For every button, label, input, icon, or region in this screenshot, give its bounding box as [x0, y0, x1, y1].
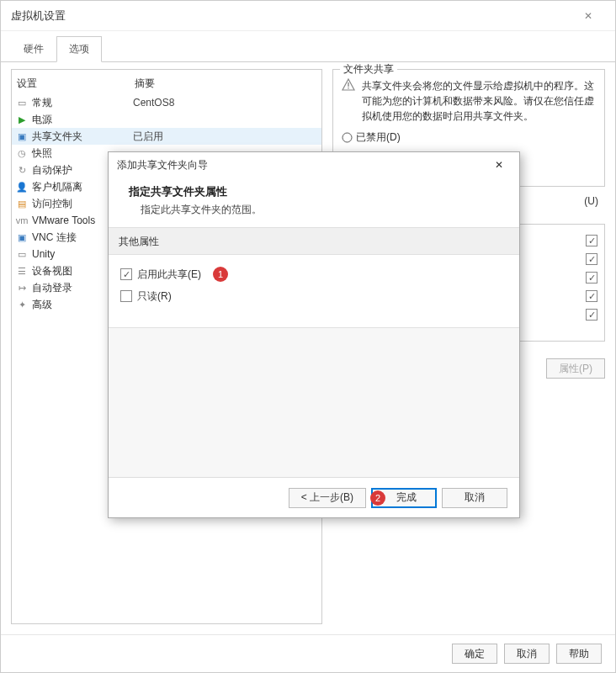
row-icon: ☰	[15, 264, 29, 278]
svg-rect-0	[348, 82, 348, 87]
wizard-titlebar: 添加共享文件夹向导 ✕	[109, 152, 519, 178]
checkbox-icon[interactable]	[586, 290, 597, 302]
readonly-row[interactable]: 只读(R)	[120, 285, 507, 307]
dialog-buttons: 确定 取消 帮助	[1, 634, 615, 672]
wizard-body: 其他属性 启用此共享(E) 1 只读(R)	[109, 227, 519, 477]
add-shared-folder-wizard: 添加共享文件夹向导 ✕ 指定共享文件夹属性 指定此共享文件夹的范围。 其他属性 …	[108, 151, 520, 518]
step-badge-2: 2	[370, 490, 385, 506]
checkbox-icon[interactable]	[586, 253, 597, 265]
checkbox-icon[interactable]	[586, 272, 597, 284]
radio-icon	[342, 132, 353, 143]
wizard-cancel-button[interactable]: 取消	[442, 488, 507, 508]
checkbox-icon[interactable]	[586, 235, 597, 246]
row-icon: ▭	[15, 247, 29, 261]
row-name: 电源	[32, 113, 133, 127]
header-summary: 摘要	[135, 77, 155, 91]
window-title: 虚拟机设置	[11, 8, 571, 24]
checkbox-icon[interactable]	[120, 290, 132, 302]
enable-share-row[interactable]: 启用此共享(E) 1	[120, 263, 507, 285]
group-title: 文件夹共享	[340, 62, 397, 77]
ok-button[interactable]: 确定	[452, 644, 497, 664]
list-header: 设置 摘要	[12, 73, 321, 94]
row-icon: ◷	[15, 146, 29, 160]
tab-options[interactable]: 选项	[56, 36, 102, 62]
radio-disabled-row[interactable]: 已禁用(D)	[342, 130, 596, 145]
row-icon: ▤	[15, 197, 29, 210]
tabs: 硬件 选项	[1, 31, 615, 62]
close-icon[interactable]: ✕	[571, 4, 605, 28]
row-icon: ▣	[15, 130, 29, 143]
titlebar: 虚拟机设置 ✕	[1, 1, 615, 31]
row-name: 共享文件夹	[32, 130, 133, 144]
row-summary: 已启用	[133, 130, 163, 144]
row-icon: ✦	[15, 298, 29, 311]
settings-row-电源[interactable]: ▶电源	[12, 111, 321, 128]
checkbox-icon[interactable]	[586, 309, 597, 321]
wizard-subheading: 指定此共享文件夹的范围。	[129, 203, 499, 217]
settings-row-共享文件夹[interactable]: ▣共享文件夹已启用	[12, 128, 321, 145]
row-icon: ↦	[15, 281, 29, 294]
wizard-header: 指定共享文件夹属性 指定此共享文件夹的范围。	[109, 178, 519, 227]
row-icon: vm	[15, 214, 29, 227]
properties-button[interactable]: 属性(P)	[546, 358, 605, 379]
row-name: 常规	[32, 96, 133, 110]
radio-disabled-label: 已禁用(D)	[356, 130, 401, 145]
group-other-title: 其他属性	[109, 228, 519, 255]
wizard-heading: 指定共享文件夹属性	[129, 184, 499, 199]
cancel-button[interactable]: 取消	[504, 644, 550, 664]
close-icon[interactable]: ✕	[487, 156, 511, 174]
other-attrs-group: 其他属性 启用此共享(E) 1 只读(R)	[109, 228, 519, 328]
warning-row: 共享文件夹会将您的文件显示给虚拟机中的程序。这可能为您的计算机和数据带来风险。请…	[342, 78, 596, 124]
wizard-title: 添加共享文件夹向导	[117, 158, 487, 172]
row-icon: 👤	[15, 180, 29, 193]
row-summary: CentOS8	[133, 97, 174, 109]
help-button[interactable]: 帮助	[556, 644, 602, 664]
readonly-label: 只读(R)	[137, 289, 172, 304]
header-setting: 设置	[17, 77, 135, 91]
row-icon: ▣	[15, 231, 29, 244]
settings-row-常规[interactable]: ▭常规CentOS8	[12, 94, 321, 111]
svg-point-2	[343, 133, 352, 142]
enable-share-label: 启用此共享(E)	[137, 268, 201, 282]
svg-rect-1	[348, 87, 348, 88]
wizard-buttons: < 上一步(B) 2 完成 取消	[109, 477, 519, 517]
back-button[interactable]: < 上一步(B)	[289, 488, 366, 508]
row-icon: ↻	[15, 163, 29, 177]
row-icon: ▶	[15, 113, 29, 126]
warning-text: 共享文件夹会将您的文件显示给虚拟机中的程序。这可能为您的计算机和数据带来风险。请…	[362, 78, 596, 124]
warning-icon	[342, 78, 355, 92]
row-icon: ▭	[15, 96, 29, 109]
step-badge-1: 1	[213, 267, 228, 282]
tab-hardware[interactable]: 硬件	[11, 36, 56, 62]
checkbox-icon[interactable]	[120, 268, 132, 280]
